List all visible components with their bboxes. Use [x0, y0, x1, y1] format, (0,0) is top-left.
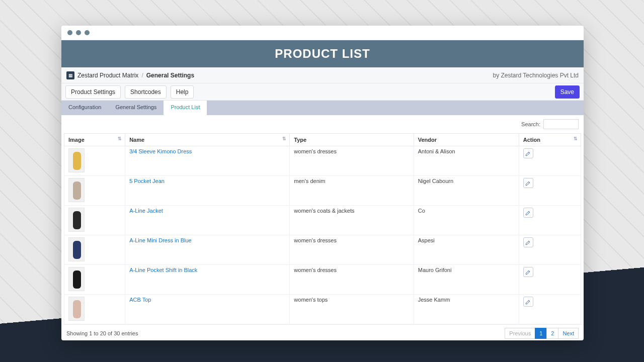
- toolbar: Product Settings Shortcodes Help Save: [61, 83, 584, 101]
- table-row: A-Line Jacketwomen's coats & jacketsCo: [64, 206, 581, 235]
- cell-image: [64, 206, 125, 235]
- search-row: Search:: [61, 115, 584, 133]
- tabs: Configuration General Settings Product L…: [61, 101, 584, 115]
- edit-icon: [525, 180, 531, 186]
- cell-type: women's tops: [290, 295, 414, 324]
- product-thumb: [68, 237, 85, 261]
- cell-action: [519, 265, 581, 295]
- cell-action: [519, 146, 581, 176]
- content-area: Search: Image⇅ Name⇅ Type Vendor Action⇅: [61, 115, 584, 340]
- search-input[interactable]: [543, 119, 579, 129]
- cell-action: [519, 295, 581, 324]
- col-action-label: Action: [523, 137, 540, 143]
- sort-icon: ⇅: [118, 137, 122, 141]
- table-row: A-Line Pocket Shift in Blackwomen's dres…: [64, 265, 581, 295]
- search-label: Search:: [521, 121, 540, 127]
- pagination: Previous 1 2 Next: [505, 328, 579, 339]
- entries-info: Showing 1 to 20 of 30 entries: [66, 330, 138, 336]
- product-link[interactable]: A-Line Mini Dress in Blue: [129, 237, 192, 243]
- table-row: ACB Topwomen's topsJesse Kamm: [64, 295, 581, 324]
- cell-type: women's dresses: [290, 235, 414, 265]
- cell-vendor: Jesse Kamm: [414, 295, 519, 324]
- col-type-label: Type: [294, 137, 306, 143]
- product-thumb: [68, 208, 85, 232]
- col-vendor[interactable]: Vendor: [414, 134, 519, 146]
- hero-title: PRODUCT LIST: [61, 40, 584, 67]
- cell-type: women's dresses: [290, 265, 414, 295]
- edit-button[interactable]: [523, 267, 533, 277]
- window-dot[interactable]: [85, 30, 90, 35]
- page-2[interactable]: 2: [546, 328, 558, 339]
- cell-vendor: Co: [414, 206, 519, 235]
- page-previous[interactable]: Previous: [505, 328, 535, 339]
- table-row: 3/4 Sleeve Kimono Dresswomen's dressesAn…: [64, 146, 581, 176]
- cell-type: women's dresses: [290, 146, 414, 176]
- product-thumb: [68, 148, 85, 172]
- edit-button[interactable]: [523, 237, 533, 247]
- cell-action: [519, 235, 581, 265]
- breadcrumb-section: General Settings: [146, 72, 194, 79]
- edit-icon: [525, 299, 531, 305]
- product-link[interactable]: 3/4 Sleeve Kimono Dress: [129, 148, 192, 154]
- col-name[interactable]: Name⇅: [125, 134, 290, 146]
- table-row: A-Line Mini Dress in Bluewomen's dresses…: [64, 235, 581, 265]
- shortcodes-button[interactable]: Shortcodes: [125, 85, 167, 99]
- window-dot[interactable]: [76, 30, 81, 35]
- sort-icon: ⇅: [282, 137, 286, 141]
- edit-button[interactable]: [523, 178, 533, 188]
- product-thumb: [68, 178, 85, 202]
- tab-product-list[interactable]: Product List: [164, 101, 207, 115]
- cell-name: 5 Pocket Jean: [125, 176, 290, 206]
- byline: by Zestard Technologies Pvt Ltd: [493, 72, 579, 79]
- product-link[interactable]: A-Line Pocket Shift in Black: [129, 267, 197, 273]
- col-image[interactable]: Image⇅: [64, 134, 125, 146]
- window-titlebar: [61, 26, 584, 40]
- product-thumb: [68, 267, 85, 291]
- cell-vendor: Antoni & Alison: [414, 146, 519, 176]
- product-link[interactable]: A-Line Jacket: [129, 208, 163, 214]
- cell-vendor: Nigel Cabourn: [414, 176, 519, 206]
- table-footer: Showing 1 to 20 of 30 entries Previous 1…: [61, 324, 584, 340]
- cell-name: A-Line Mini Dress in Blue: [125, 235, 290, 265]
- help-button[interactable]: Help: [171, 85, 194, 99]
- edit-button[interactable]: [523, 148, 533, 158]
- tab-general-settings[interactable]: General Settings: [108, 101, 164, 115]
- save-button[interactable]: Save: [555, 85, 580, 99]
- tab-configuration[interactable]: Configuration: [61, 101, 108, 115]
- product-thumb: [68, 297, 85, 321]
- table-row: 5 Pocket Jeanmen's denimNigel Cabourn: [64, 176, 581, 206]
- cell-action: [519, 176, 581, 206]
- cell-image: [64, 295, 125, 324]
- edit-icon: [525, 151, 531, 156]
- app-window: PRODUCT LIST ▦ Zestard Product Matrix / …: [61, 26, 584, 340]
- appbar: ▦ Zestard Product Matrix / General Setti…: [61, 67, 584, 83]
- cell-image: [64, 176, 125, 206]
- cell-name: A-Line Jacket: [125, 206, 290, 235]
- product-link[interactable]: 5 Pocket Jean: [129, 178, 165, 184]
- edit-icon: [525, 210, 531, 216]
- cell-vendor: Aspesi: [414, 235, 519, 265]
- cell-type: men's denim: [290, 176, 414, 206]
- window-dot[interactable]: [67, 30, 72, 35]
- cell-name: A-Line Pocket Shift in Black: [125, 265, 290, 295]
- breadcrumb-sep: /: [141, 72, 143, 79]
- col-action[interactable]: Action⇅: [519, 134, 581, 146]
- edit-button[interactable]: [523, 208, 533, 218]
- app-icon: ▦: [66, 71, 74, 79]
- page-next[interactable]: Next: [558, 328, 579, 339]
- cell-name: 3/4 Sleeve Kimono Dress: [125, 146, 290, 176]
- cell-image: [64, 146, 125, 176]
- cell-action: [519, 206, 581, 235]
- edit-button[interactable]: [523, 297, 533, 307]
- brand-name: Zestard Product Matrix: [77, 72, 138, 79]
- col-type[interactable]: Type: [290, 134, 414, 146]
- product-table: Image⇅ Name⇅ Type Vendor Action⇅ 3/4 Sle…: [64, 133, 581, 324]
- edit-icon: [525, 269, 531, 275]
- col-image-label: Image: [68, 137, 85, 143]
- edit-icon: [525, 240, 531, 245]
- product-link[interactable]: ACB Top: [129, 297, 151, 303]
- cell-type: women's coats & jackets: [290, 206, 414, 235]
- product-settings-button[interactable]: Product Settings: [65, 85, 121, 99]
- page-1[interactable]: 1: [535, 328, 547, 339]
- cell-vendor: Mauro Grifoni: [414, 265, 519, 295]
